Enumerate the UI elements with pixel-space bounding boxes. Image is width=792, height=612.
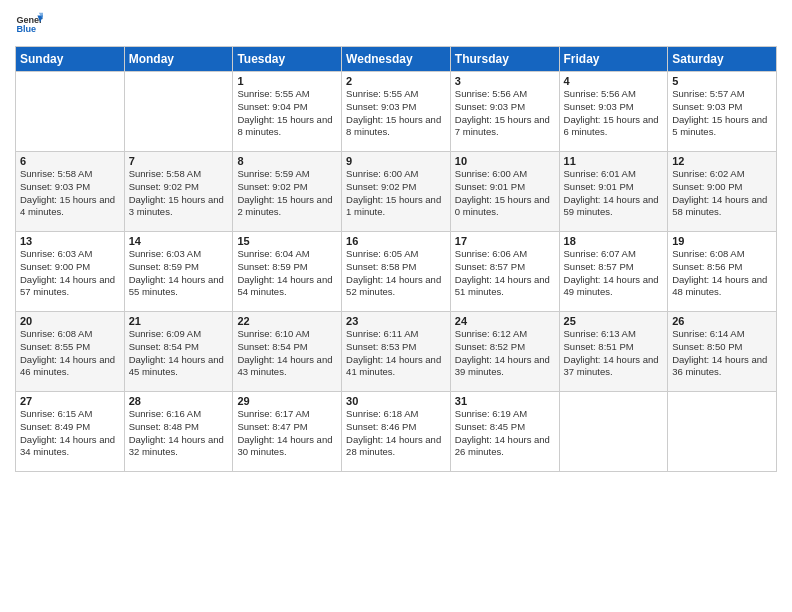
- calendar-cell: 11Sunrise: 6:01 AM Sunset: 9:01 PM Dayli…: [559, 152, 668, 232]
- day-number: 22: [237, 315, 337, 327]
- calendar-cell: 12Sunrise: 6:02 AM Sunset: 9:00 PM Dayli…: [668, 152, 777, 232]
- day-info: Sunrise: 5:59 AM Sunset: 9:02 PM Dayligh…: [237, 168, 337, 219]
- calendar-cell: 5Sunrise: 5:57 AM Sunset: 9:03 PM Daylig…: [668, 72, 777, 152]
- day-number: 8: [237, 155, 337, 167]
- day-info: Sunrise: 6:08 AM Sunset: 8:56 PM Dayligh…: [672, 248, 772, 299]
- day-info: Sunrise: 5:55 AM Sunset: 9:03 PM Dayligh…: [346, 88, 446, 139]
- day-number: 11: [564, 155, 664, 167]
- day-number: 4: [564, 75, 664, 87]
- calendar-week-row: 6Sunrise: 5:58 AM Sunset: 9:03 PM Daylig…: [16, 152, 777, 232]
- svg-text:Blue: Blue: [16, 24, 36, 34]
- calendar-cell: 10Sunrise: 6:00 AM Sunset: 9:01 PM Dayli…: [450, 152, 559, 232]
- calendar-cell: [124, 72, 233, 152]
- calendar-table: SundayMondayTuesdayWednesdayThursdayFrid…: [15, 46, 777, 472]
- calendar-cell: 14Sunrise: 6:03 AM Sunset: 8:59 PM Dayli…: [124, 232, 233, 312]
- day-number: 31: [455, 395, 555, 407]
- calendar-week-row: 1Sunrise: 5:55 AM Sunset: 9:04 PM Daylig…: [16, 72, 777, 152]
- day-info: Sunrise: 6:19 AM Sunset: 8:45 PM Dayligh…: [455, 408, 555, 459]
- day-info: Sunrise: 6:05 AM Sunset: 8:58 PM Dayligh…: [346, 248, 446, 299]
- calendar-week-row: 13Sunrise: 6:03 AM Sunset: 9:00 PM Dayli…: [16, 232, 777, 312]
- calendar-header-monday: Monday: [124, 47, 233, 72]
- calendar-cell: 3Sunrise: 5:56 AM Sunset: 9:03 PM Daylig…: [450, 72, 559, 152]
- day-number: 29: [237, 395, 337, 407]
- day-number: 3: [455, 75, 555, 87]
- day-number: 19: [672, 235, 772, 247]
- day-info: Sunrise: 5:58 AM Sunset: 9:02 PM Dayligh…: [129, 168, 229, 219]
- day-number: 15: [237, 235, 337, 247]
- calendar-cell: 7Sunrise: 5:58 AM Sunset: 9:02 PM Daylig…: [124, 152, 233, 232]
- calendar-week-row: 20Sunrise: 6:08 AM Sunset: 8:55 PM Dayli…: [16, 312, 777, 392]
- day-number: 16: [346, 235, 446, 247]
- day-info: Sunrise: 6:03 AM Sunset: 8:59 PM Dayligh…: [129, 248, 229, 299]
- day-info: Sunrise: 6:17 AM Sunset: 8:47 PM Dayligh…: [237, 408, 337, 459]
- day-info: Sunrise: 6:02 AM Sunset: 9:00 PM Dayligh…: [672, 168, 772, 219]
- calendar-week-row: 27Sunrise: 6:15 AM Sunset: 8:49 PM Dayli…: [16, 392, 777, 472]
- day-number: 13: [20, 235, 120, 247]
- logo-icon: General Blue: [15, 10, 43, 38]
- calendar-cell: 18Sunrise: 6:07 AM Sunset: 8:57 PM Dayli…: [559, 232, 668, 312]
- calendar-cell: 17Sunrise: 6:06 AM Sunset: 8:57 PM Dayli…: [450, 232, 559, 312]
- calendar-cell: 28Sunrise: 6:16 AM Sunset: 8:48 PM Dayli…: [124, 392, 233, 472]
- day-info: Sunrise: 5:56 AM Sunset: 9:03 PM Dayligh…: [564, 88, 664, 139]
- day-number: 30: [346, 395, 446, 407]
- day-number: 26: [672, 315, 772, 327]
- calendar-cell: 31Sunrise: 6:19 AM Sunset: 8:45 PM Dayli…: [450, 392, 559, 472]
- calendar-cell: 26Sunrise: 6:14 AM Sunset: 8:50 PM Dayli…: [668, 312, 777, 392]
- day-number: 28: [129, 395, 229, 407]
- day-info: Sunrise: 6:16 AM Sunset: 8:48 PM Dayligh…: [129, 408, 229, 459]
- day-info: Sunrise: 6:06 AM Sunset: 8:57 PM Dayligh…: [455, 248, 555, 299]
- day-number: 25: [564, 315, 664, 327]
- calendar-header-row: SundayMondayTuesdayWednesdayThursdayFrid…: [16, 47, 777, 72]
- calendar-cell: 29Sunrise: 6:17 AM Sunset: 8:47 PM Dayli…: [233, 392, 342, 472]
- calendar-cell: 19Sunrise: 6:08 AM Sunset: 8:56 PM Dayli…: [668, 232, 777, 312]
- calendar-cell: 21Sunrise: 6:09 AM Sunset: 8:54 PM Dayli…: [124, 312, 233, 392]
- calendar-cell: 24Sunrise: 6:12 AM Sunset: 8:52 PM Dayli…: [450, 312, 559, 392]
- day-number: 9: [346, 155, 446, 167]
- calendar-cell: 9Sunrise: 6:00 AM Sunset: 9:02 PM Daylig…: [342, 152, 451, 232]
- calendar-header-tuesday: Tuesday: [233, 47, 342, 72]
- day-number: 21: [129, 315, 229, 327]
- calendar-cell: [16, 72, 125, 152]
- day-info: Sunrise: 6:07 AM Sunset: 8:57 PM Dayligh…: [564, 248, 664, 299]
- day-number: 27: [20, 395, 120, 407]
- calendar-header-thursday: Thursday: [450, 47, 559, 72]
- day-info: Sunrise: 6:18 AM Sunset: 8:46 PM Dayligh…: [346, 408, 446, 459]
- calendar-cell: 22Sunrise: 6:10 AM Sunset: 8:54 PM Dayli…: [233, 312, 342, 392]
- day-info: Sunrise: 6:14 AM Sunset: 8:50 PM Dayligh…: [672, 328, 772, 379]
- day-number: 14: [129, 235, 229, 247]
- calendar-header-sunday: Sunday: [16, 47, 125, 72]
- day-info: Sunrise: 5:56 AM Sunset: 9:03 PM Dayligh…: [455, 88, 555, 139]
- day-number: 2: [346, 75, 446, 87]
- day-info: Sunrise: 6:09 AM Sunset: 8:54 PM Dayligh…: [129, 328, 229, 379]
- calendar-cell: 25Sunrise: 6:13 AM Sunset: 8:51 PM Dayli…: [559, 312, 668, 392]
- day-info: Sunrise: 6:11 AM Sunset: 8:53 PM Dayligh…: [346, 328, 446, 379]
- calendar-cell: 16Sunrise: 6:05 AM Sunset: 8:58 PM Dayli…: [342, 232, 451, 312]
- day-info: Sunrise: 6:01 AM Sunset: 9:01 PM Dayligh…: [564, 168, 664, 219]
- day-number: 10: [455, 155, 555, 167]
- calendar-cell: 23Sunrise: 6:11 AM Sunset: 8:53 PM Dayli…: [342, 312, 451, 392]
- calendar-cell: 15Sunrise: 6:04 AM Sunset: 8:59 PM Dayli…: [233, 232, 342, 312]
- calendar-cell: 8Sunrise: 5:59 AM Sunset: 9:02 PM Daylig…: [233, 152, 342, 232]
- calendar-cell: 6Sunrise: 5:58 AM Sunset: 9:03 PM Daylig…: [16, 152, 125, 232]
- calendar-cell: 20Sunrise: 6:08 AM Sunset: 8:55 PM Dayli…: [16, 312, 125, 392]
- day-info: Sunrise: 6:15 AM Sunset: 8:49 PM Dayligh…: [20, 408, 120, 459]
- day-info: Sunrise: 6:13 AM Sunset: 8:51 PM Dayligh…: [564, 328, 664, 379]
- calendar-cell: 13Sunrise: 6:03 AM Sunset: 9:00 PM Dayli…: [16, 232, 125, 312]
- day-info: Sunrise: 6:00 AM Sunset: 9:01 PM Dayligh…: [455, 168, 555, 219]
- day-number: 12: [672, 155, 772, 167]
- day-number: 5: [672, 75, 772, 87]
- day-info: Sunrise: 5:58 AM Sunset: 9:03 PM Dayligh…: [20, 168, 120, 219]
- page-container: General Blue SundayMondayTuesdayWednesda…: [0, 0, 792, 477]
- day-number: 24: [455, 315, 555, 327]
- day-number: 17: [455, 235, 555, 247]
- day-info: Sunrise: 6:12 AM Sunset: 8:52 PM Dayligh…: [455, 328, 555, 379]
- logo: General Blue: [15, 10, 47, 38]
- calendar-cell: 2Sunrise: 5:55 AM Sunset: 9:03 PM Daylig…: [342, 72, 451, 152]
- day-number: 23: [346, 315, 446, 327]
- day-info: Sunrise: 5:57 AM Sunset: 9:03 PM Dayligh…: [672, 88, 772, 139]
- calendar-cell: 1Sunrise: 5:55 AM Sunset: 9:04 PM Daylig…: [233, 72, 342, 152]
- day-number: 20: [20, 315, 120, 327]
- calendar-cell: [668, 392, 777, 472]
- calendar-cell: 27Sunrise: 6:15 AM Sunset: 8:49 PM Dayli…: [16, 392, 125, 472]
- header: General Blue: [15, 10, 777, 38]
